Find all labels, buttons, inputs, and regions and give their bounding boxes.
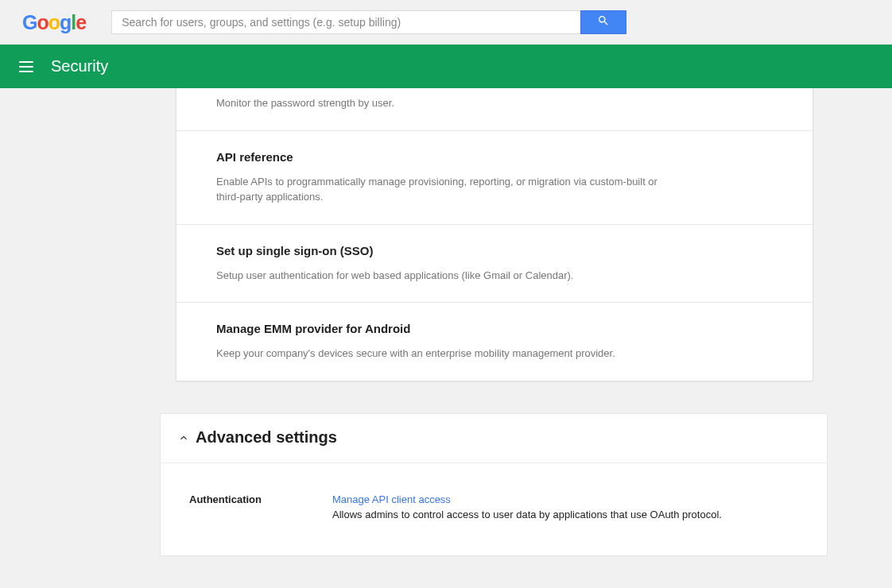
page-title: Security xyxy=(51,57,108,75)
settings-item-api-reference[interactable]: API reference Enable APIs to programmati… xyxy=(176,130,812,224)
search-icon xyxy=(597,14,610,30)
top-bar: Google xyxy=(0,0,892,44)
settings-item-title: Manage EMM provider for Android xyxy=(216,322,773,335)
settings-item-emm-android[interactable]: Manage EMM provider for Android Keep you… xyxy=(176,302,812,381)
settings-item-desc: Setup user authentication for web based … xyxy=(216,269,661,284)
settings-item-desc: Monitor the password strength by user. xyxy=(216,96,661,111)
chevron-up-icon xyxy=(176,431,191,445)
advanced-auth-label: Authentication xyxy=(189,493,332,520)
advanced-settings-card: Advanced settings Authentication Manage … xyxy=(160,413,828,556)
settings-item-sso[interactable]: Set up single sign-on (SSO) Setup user a… xyxy=(176,224,812,303)
search-button[interactable] xyxy=(580,10,626,34)
settings-item-desc: Enable APIs to programmatically manage p… xyxy=(216,175,661,205)
google-logo: Google xyxy=(22,11,86,34)
search-input[interactable] xyxy=(111,10,580,34)
advanced-settings-body: Authentication Manage API client access … xyxy=(161,463,827,555)
settings-item-password-monitoring[interactable]: Monitor the password strength by user. xyxy=(176,88,812,130)
advanced-settings-toggle[interactable]: Advanced settings xyxy=(161,414,827,463)
advanced-settings-heading: Advanced settings xyxy=(196,428,337,447)
search-box xyxy=(111,10,626,34)
menu-icon[interactable] xyxy=(19,57,38,76)
manage-api-client-access-link[interactable]: Manage API client access xyxy=(332,493,451,505)
settings-item-desc: Keep your company's devices secure with … xyxy=(216,346,661,362)
settings-item-title: Set up single sign-on (SSO) xyxy=(216,244,773,257)
settings-card-list: Monitor the password strength by user. A… xyxy=(176,88,813,381)
page-header: Security xyxy=(0,44,892,88)
settings-item-title: API reference xyxy=(216,150,773,164)
advanced-auth-desc: Allows admins to control access to user … xyxy=(332,509,798,520)
